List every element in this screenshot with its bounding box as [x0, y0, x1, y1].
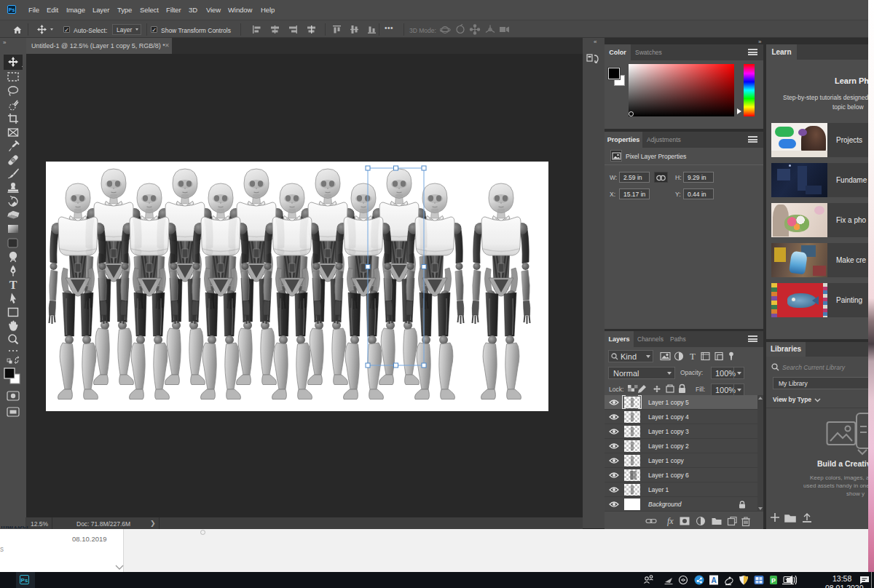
svg-text:P: P [771, 577, 776, 584]
svg-text:A: A [711, 576, 716, 584]
svg-text:T: T [690, 351, 696, 362]
svg-text:fx: fx [667, 516, 674, 526]
svg-text:T: T [9, 279, 17, 291]
